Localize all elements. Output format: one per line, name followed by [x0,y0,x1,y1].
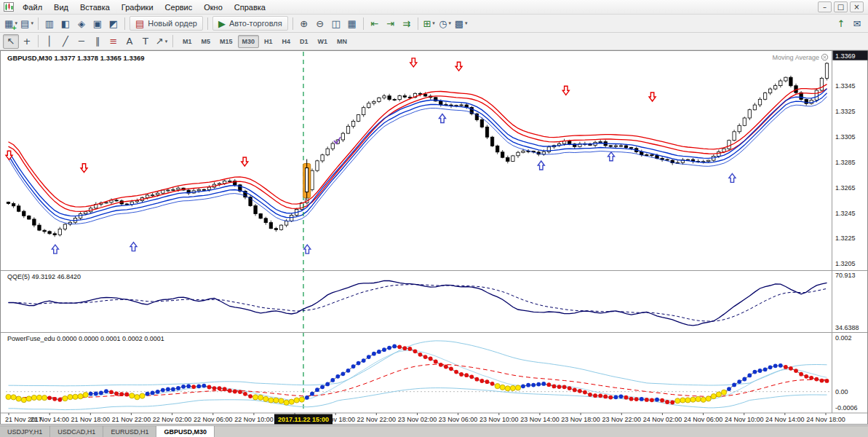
trendline-button[interactable]: ╱ [57,34,73,49]
svg-text:1.3225: 1.3225 [835,235,856,242]
restore-button[interactable]: □ [834,1,848,12]
strategy-tester-button[interactable]: ◩ [105,16,122,31]
community-button[interactable]: ↑ [833,16,849,31]
fibonacci-button[interactable]: ≡ [105,34,122,49]
templates-button[interactable]: ▩▾ [453,16,469,31]
order-icon: ▤ [135,19,144,28]
qqe-level-label: 70.913 [835,272,856,279]
svg-text:22 Nov 22:00: 22 Nov 22:00 [357,416,397,423]
svg-text:1.3205: 1.3205 [835,260,856,267]
menu-file[interactable]: Файл [17,1,48,14]
terminal-button[interactable]: ▣ [89,16,105,31]
channel-button[interactable]: ∥ [89,34,105,49]
horizontal-line-button[interactable]: ─ [73,34,89,49]
profiles-button[interactable]: ▤▾ [19,16,35,31]
new-chart-button[interactable]: ▦+▾ [3,16,19,31]
play-icon: ▶ [218,19,226,28]
tab-usdjpy-h1[interactable]: USDJPY,H1 [0,426,50,437]
svg-text:23 Nov 02:00: 23 Nov 02:00 [398,416,437,423]
cursor-icon: ↖ [7,36,15,46]
chart-canvas[interactable]: 1.33451.33251.33051.32851.32651.32451.32… [0,50,868,425]
svg-text:24 Nov 14:00: 24 Nov 14:00 [765,416,805,423]
navigator-button[interactable]: ◈ [73,16,89,31]
tab-gbpusd-m30[interactable]: GBPUSD,M30 [156,426,215,437]
svg-text:24 Nov 02:00: 24 Nov 02:00 [643,416,682,423]
menu-insert[interactable]: Вставка [74,1,116,14]
zoom-in-button[interactable]: ⊕ [296,16,312,31]
svg-text:23 Nov 14:00: 23 Nov 14:00 [520,416,560,423]
step-back-button[interactable]: ⇤ [367,16,383,31]
chart-shift-button[interactable]: ⇉ [399,16,415,31]
auto-scroll-button[interactable]: ⇥ [383,16,399,31]
tf-mn[interactable]: MN [333,35,351,48]
svg-text:1.3265: 1.3265 [835,184,856,192]
new-order-button[interactable]: ▤Новый ордер [130,16,203,31]
cascade-windows-button[interactable]: ◫ [328,16,344,31]
menu-bar: Файл Вид Вставка Графики Сервис Окно Спр… [0,0,868,15]
zoom-out-button[interactable]: ⊖ [312,16,328,31]
tf-h1[interactable]: H1 [260,35,277,48]
data-window-button[interactable]: ◧ [57,16,73,31]
chat-button[interactable]: ✉ [849,16,865,31]
menu-window[interactable]: Окно [198,1,228,14]
toolbar-separator [207,17,208,30]
svg-text:1.3305: 1.3305 [835,133,856,141]
tile-windows-button[interactable]: ▦ [344,16,360,31]
plus-badge-icon: + [12,25,17,31]
tab-usdcad-h1[interactable]: USDCAD,H1 [50,426,103,437]
tf-m30[interactable]: M30 [238,35,260,48]
svg-text:1.3285: 1.3285 [835,159,856,166]
market-watch-button[interactable]: ▥ [41,16,57,31]
chevron-down-icon: ▾ [465,20,468,26]
standard-toolbar: ▦+▾ ▤▾ ▥ ◧ ◈ ▣ ◩ ▤Новый ордер ▶Авто-торг… [0,15,868,33]
tf-m1[interactable]: M1 [178,35,196,48]
timeframes-toolbar: M1 M5 M15 M30 H1 H4 D1 W1 MN [178,35,351,48]
svg-text:1.3345: 1.3345 [835,82,856,90]
shapes-button[interactable]: ↗▾ [154,34,170,49]
mdi-window-controls: – □ × [818,1,866,12]
svg-text:21 Nov 18:00: 21 Nov 18:00 [71,416,111,423]
tf-h4[interactable]: H4 [278,35,295,48]
chevron-down-icon: ▾ [31,20,33,26]
text-label-button[interactable]: T [138,34,154,49]
qqe-label: QQE(5) 49.3192 46.8420 [7,273,81,280]
crosshair-icon: + [23,36,31,46]
qqe-level-label: 34.6388 [835,324,859,331]
powerfuse-label: PowerFuse_edu 0.0000 0.0000 0.0001 0.000… [7,335,164,342]
mt4-window: Файл Вид Вставка Графики Сервис Окно Спр… [0,0,868,437]
vertical-line-button[interactable]: │ [41,34,57,49]
tf-m5[interactable]: M5 [197,35,215,48]
text-button[interactable]: A [122,34,138,49]
menu-charts[interactable]: Графики [116,1,159,14]
svg-text:22 Nov 06:00: 22 Nov 06:00 [194,416,233,423]
tf-d1[interactable]: D1 [295,35,313,48]
toolbar-separator [124,17,125,30]
clock-icon: ◷ [439,19,447,28]
tab-eurusd-h1[interactable]: EURUSD,H1 [103,426,156,437]
autotrade-button[interactable]: ▶Авто-торговля [212,16,288,31]
crosshair-button[interactable]: + [19,34,35,49]
current-price-box: 1.3369 [833,51,868,60]
menu-help[interactable]: Справка [228,1,271,14]
menu-view[interactable]: Вид [48,1,74,14]
periods-button[interactable]: ◷▾ [437,16,453,31]
zoom-in-icon: ⊕ [300,19,308,28]
tf-w1[interactable]: W1 [314,35,333,48]
svg-text:1.3369: 1.3369 [835,52,856,60]
svg-text:23 Nov 06:00: 23 Nov 06:00 [439,416,478,423]
svg-text:24 Nov 06:00: 24 Nov 06:00 [684,416,723,423]
toolbar-separator [172,35,173,47]
svg-text:1.3325: 1.3325 [835,108,856,115]
tf-m15[interactable]: M15 [215,35,237,48]
svg-text:1.3245: 1.3245 [835,210,856,217]
indicators-button[interactable]: ⊞▾ [421,16,437,31]
minimize-button[interactable]: – [818,1,832,12]
svg-text:23 Nov 10:00: 23 Nov 10:00 [479,416,519,423]
svg-text:23 Nov 22:00: 23 Nov 22:00 [602,416,642,423]
svg-text:24 Nov 18:00: 24 Nov 18:00 [806,416,845,423]
chart-system-icon[interactable] [4,2,14,12]
cursor-button[interactable]: ↖ [3,34,19,49]
menu-service[interactable]: Сервис [159,1,199,14]
line-studies-toolbar: ↖ + │ ╱ ─ ∥ ≡ A T ↗▾ M1 M5 M15 M30 H1 H4… [0,33,868,50]
close-button[interactable]: × [850,1,864,12]
